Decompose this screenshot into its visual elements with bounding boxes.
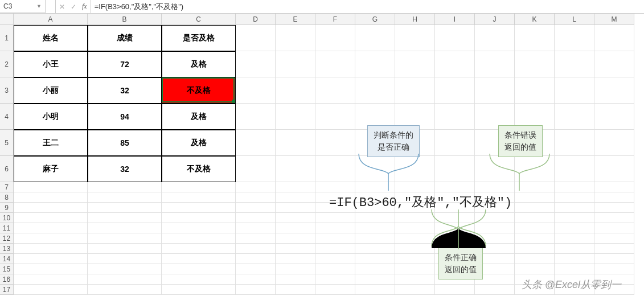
- cell[interactable]: [236, 156, 276, 182]
- cell[interactable]: [276, 130, 315, 156]
- cell[interactable]: [88, 213, 162, 223]
- cell[interactable]: [555, 233, 594, 244]
- cell[interactable]: [236, 213, 276, 223]
- cell[interactable]: [555, 182, 594, 192]
- column-header[interactable]: B: [88, 14, 162, 25]
- cell[interactable]: [515, 264, 555, 274]
- cell[interactable]: [355, 77, 395, 104]
- cell[interactable]: [14, 244, 88, 254]
- cell[interactable]: [162, 264, 236, 274]
- cell[interactable]: 麻子: [14, 156, 88, 182]
- cell[interactable]: [555, 213, 594, 223]
- cell[interactable]: 姓名: [14, 25, 88, 51]
- cell[interactable]: [236, 223, 276, 233]
- cell[interactable]: [594, 233, 634, 244]
- row-header[interactable]: 13: [0, 244, 14, 254]
- cell[interactable]: [88, 203, 162, 213]
- column-header[interactable]: M: [594, 14, 634, 25]
- column-header[interactable]: C: [162, 14, 236, 25]
- cell[interactable]: [435, 104, 475, 130]
- cell[interactable]: 是否及格: [162, 25, 236, 51]
- cell[interactable]: [594, 192, 634, 203]
- cell[interactable]: [236, 182, 276, 192]
- row-header[interactable]: 9: [0, 203, 14, 213]
- cell[interactable]: [594, 156, 634, 182]
- row-header[interactable]: 6: [0, 156, 14, 182]
- cell[interactable]: [276, 51, 315, 77]
- cell[interactable]: [395, 51, 435, 77]
- cell[interactable]: [515, 192, 555, 203]
- cell[interactable]: [515, 254, 555, 264]
- cell[interactable]: [236, 77, 276, 104]
- cell[interactable]: [276, 77, 315, 104]
- cell[interactable]: [88, 254, 162, 264]
- cell[interactable]: [315, 156, 355, 182]
- cell[interactable]: [276, 213, 315, 223]
- cell[interactable]: [355, 285, 395, 295]
- column-header[interactable]: L: [555, 14, 594, 25]
- cell[interactable]: [276, 233, 315, 244]
- cell[interactable]: [236, 203, 276, 213]
- row-header[interactable]: 5: [0, 130, 14, 156]
- cell[interactable]: [355, 254, 395, 264]
- cell[interactable]: [88, 274, 162, 285]
- cell[interactable]: [315, 25, 355, 51]
- cell[interactable]: [315, 223, 355, 233]
- cell[interactable]: [355, 274, 395, 285]
- row-header[interactable]: 11: [0, 223, 14, 233]
- cell[interactable]: [435, 130, 475, 156]
- cell[interactable]: [315, 104, 355, 130]
- cell[interactable]: [236, 192, 276, 203]
- cell[interactable]: [315, 254, 355, 264]
- cell[interactable]: [14, 264, 88, 274]
- cell[interactable]: [315, 264, 355, 274]
- row-header[interactable]: 10: [0, 213, 14, 223]
- cell[interactable]: [88, 264, 162, 274]
- cell[interactable]: [162, 223, 236, 233]
- cell[interactable]: [355, 233, 395, 244]
- name-box[interactable]: C3 ▼: [0, 0, 46, 13]
- column-header[interactable]: I: [435, 14, 475, 25]
- cell[interactable]: [555, 192, 594, 203]
- cell[interactable]: [355, 25, 395, 51]
- cell[interactable]: [475, 51, 515, 77]
- cell[interactable]: [14, 213, 88, 223]
- row-header[interactable]: 1: [0, 25, 14, 51]
- cell[interactable]: [555, 156, 594, 182]
- cell[interactable]: [14, 182, 88, 192]
- formula-input[interactable]: [91, 0, 644, 13]
- cell[interactable]: [276, 156, 315, 182]
- row-header[interactable]: 3: [0, 77, 14, 104]
- cell[interactable]: [515, 25, 555, 51]
- cell[interactable]: [162, 213, 236, 223]
- cell[interactable]: [395, 77, 435, 104]
- cell[interactable]: [594, 182, 634, 192]
- row-header[interactable]: 4: [0, 104, 14, 130]
- cell[interactable]: [88, 182, 162, 192]
- cell[interactable]: [395, 274, 435, 285]
- cell[interactable]: [395, 264, 435, 274]
- cell[interactable]: [14, 274, 88, 285]
- cell[interactable]: 72: [88, 51, 162, 77]
- cell[interactable]: 小丽: [14, 77, 88, 104]
- cell[interactable]: [555, 264, 594, 274]
- cell[interactable]: [162, 192, 236, 203]
- enter-icon[interactable]: ✓: [71, 3, 76, 11]
- cell[interactable]: [14, 223, 88, 233]
- cell[interactable]: 32: [88, 156, 162, 182]
- cell[interactable]: [594, 244, 634, 254]
- cell[interactable]: [594, 25, 634, 51]
- cell[interactable]: 及格: [162, 104, 236, 130]
- row-header[interactable]: 7: [0, 182, 14, 192]
- cell[interactable]: [236, 25, 276, 51]
- cell[interactable]: [276, 274, 315, 285]
- cell[interactable]: [355, 244, 395, 254]
- cell[interactable]: [594, 223, 634, 233]
- row-header[interactable]: 15: [0, 264, 14, 274]
- column-header[interactable]: F: [315, 14, 355, 25]
- cell[interactable]: [594, 203, 634, 213]
- cell[interactable]: [355, 264, 395, 274]
- row-header[interactable]: 12: [0, 233, 14, 244]
- cell[interactable]: [162, 244, 236, 254]
- row-header[interactable]: 17: [0, 285, 14, 295]
